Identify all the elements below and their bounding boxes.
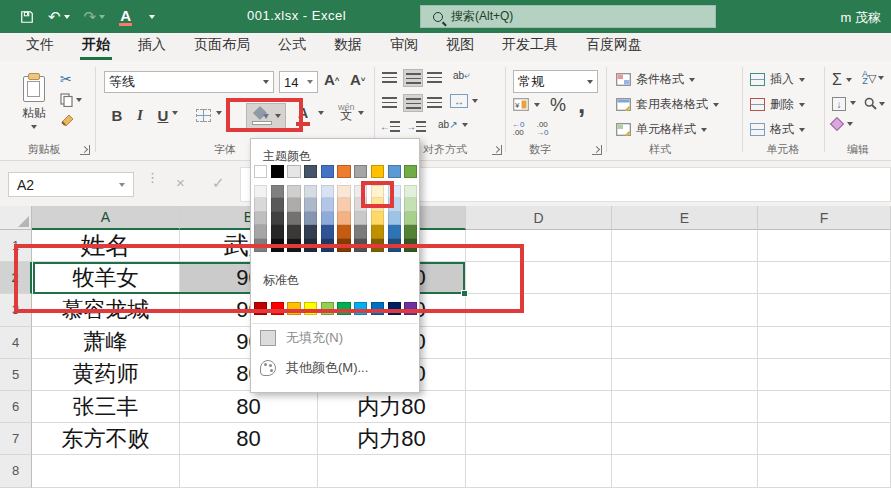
more-colors-item[interactable]: 其他颜色(M)...: [251, 355, 419, 381]
borders-icon[interactable]: [196, 109, 211, 122]
font-color-dropdown-arrow[interactable]: [318, 111, 324, 115]
tint-swatch-r2-c9[interactable]: [404, 212, 417, 225]
row-header-4[interactable]: 4: [0, 327, 32, 359]
fill-down-icon[interactable]: ↓: [832, 97, 846, 111]
find-select-icon[interactable]: [864, 97, 885, 110]
orientation-icon[interactable]: ab↗: [438, 119, 458, 130]
tint-swatch-r1-c0[interactable]: [254, 198, 267, 211]
tint-swatch-r3-c7[interactable]: [371, 225, 384, 238]
number-format-combo[interactable]: 常规: [513, 70, 598, 93]
tint-swatch-r1-c5[interactable]: [337, 198, 350, 211]
cell-F1[interactable]: [758, 230, 891, 262]
row-header-5[interactable]: 5: [0, 359, 32, 391]
column-header-A[interactable]: A: [32, 206, 180, 230]
tint-swatch-r1-c2[interactable]: [287, 198, 300, 211]
cell-B7[interactable]: 80: [180, 423, 318, 455]
tint-swatch-r3-c8[interactable]: [388, 225, 401, 238]
tab-页面布局[interactable]: 页面布局: [180, 32, 264, 61]
undo-icon[interactable]: ↶: [48, 9, 70, 24]
tab-审阅[interactable]: 审阅: [376, 32, 432, 61]
cell-D5[interactable]: [466, 359, 612, 391]
copy-icon[interactable]: [60, 93, 82, 107]
cell-D6[interactable]: [466, 391, 612, 423]
shrink-font-button[interactable]: A˅: [350, 71, 366, 88]
cell-B8[interactable]: [180, 455, 318, 487]
copy-dropdown-arrow[interactable]: [76, 98, 82, 102]
cell-F8[interactable]: [758, 455, 891, 487]
accounting-dropdown-arrow[interactable]: [534, 103, 540, 107]
italic-button[interactable]: I: [133, 107, 147, 124]
cell-F6[interactable]: [758, 391, 891, 423]
cell-C6[interactable]: 内力80: [318, 391, 466, 423]
cell-F7[interactable]: [758, 423, 891, 455]
cell-E4[interactable]: [612, 327, 758, 359]
select-all-corner[interactable]: [0, 206, 32, 230]
tint-swatch-r0-c9[interactable]: [404, 185, 417, 198]
no-fill-item[interactable]: 无填充(N): [251, 325, 419, 351]
cell-A4[interactable]: 萧峰: [32, 327, 180, 359]
tint-swatch-r0-c5[interactable]: [337, 185, 350, 198]
theme-color-swatch-3[interactable]: [304, 165, 317, 178]
cell-D8[interactable]: [466, 455, 612, 487]
phonetic-guide-button[interactable]: wén 文: [338, 103, 355, 119]
theme-color-swatch-7[interactable]: [371, 165, 384, 178]
cell-A8[interactable]: [32, 455, 180, 487]
tint-swatch-r1-c3[interactable]: [304, 198, 317, 211]
cell-C8[interactable]: [318, 455, 466, 487]
tint-swatch-r3-c6[interactable]: [354, 225, 367, 238]
cell-F5[interactable]: [758, 359, 891, 391]
tab-开始[interactable]: 开始: [68, 32, 124, 61]
accounting-format-icon[interactable]: ¥: [513, 98, 529, 111]
tint-swatch-r0-c4[interactable]: [321, 185, 334, 198]
clipboard-dialog-launcher[interactable]: [80, 145, 90, 155]
cell-A6[interactable]: 张三丰: [32, 391, 180, 423]
account-name[interactable]: m 茂稼: [841, 9, 881, 27]
decrease-decimal-icon[interactable]: .00→0: [536, 121, 548, 137]
tab-百度网盘[interactable]: 百度网盘: [572, 32, 656, 61]
row-header-7[interactable]: 7: [0, 423, 32, 455]
tint-swatch-r3-c4[interactable]: [321, 225, 334, 238]
sort-filter-icon[interactable]: A Z▽: [862, 71, 884, 85]
cell-E1[interactable]: [612, 230, 758, 262]
cell-B6[interactable]: 80: [180, 391, 318, 423]
cell-E8[interactable]: [612, 455, 758, 487]
fill-dropdown-arrow[interactable]: [850, 101, 856, 105]
column-header-D[interactable]: D: [466, 206, 612, 230]
autosum-icon[interactable]: Σ: [832, 71, 852, 89]
tint-swatch-r3-c1[interactable]: [271, 225, 284, 238]
column-header-E[interactable]: E: [612, 206, 758, 230]
theme-color-swatch-5[interactable]: [337, 165, 350, 178]
wrap-text-icon[interactable]: ab⤶: [453, 69, 470, 81]
align-center-icon[interactable]: [403, 94, 423, 112]
cell-F4[interactable]: [758, 327, 891, 359]
font-color-icon[interactable]: A: [119, 8, 132, 26]
underline-dropdown-arrow[interactable]: [172, 111, 178, 115]
tint-swatch-r2-c5[interactable]: [337, 212, 350, 225]
paste-dropdown-arrow[interactable]: [31, 125, 37, 129]
merge-center-icon[interactable]: ↔: [450, 94, 468, 108]
merge-dropdown-arrow[interactable]: [472, 99, 478, 103]
tint-swatch-r3-c9[interactable]: [404, 225, 417, 238]
format-cells-button[interactable]: 格式: [750, 121, 805, 138]
search-box[interactable]: 搜索(Alt+Q): [420, 5, 716, 28]
theme-color-swatch-0[interactable]: [254, 165, 267, 178]
tint-swatch-r3-c0[interactable]: [254, 225, 267, 238]
cell-A7[interactable]: 东方不败: [32, 423, 180, 455]
name-box[interactable]: A2: [8, 172, 134, 197]
tint-swatch-r2-c3[interactable]: [304, 212, 317, 225]
cell-D4[interactable]: [466, 327, 612, 359]
paste-button[interactable]: 粘贴: [12, 69, 56, 135]
save-icon[interactable]: [20, 10, 34, 24]
bottom-align-icon[interactable]: [427, 72, 442, 83]
bold-button[interactable]: B: [109, 107, 125, 124]
theme-color-swatch-2[interactable]: [287, 165, 300, 178]
tint-swatch-r1-c4[interactable]: [321, 198, 334, 211]
cell-E6[interactable]: [612, 391, 758, 423]
tint-swatch-r2-c6[interactable]: [354, 212, 367, 225]
orientation-dropdown-arrow[interactable]: [462, 123, 468, 127]
cell-D7[interactable]: [466, 423, 612, 455]
tint-swatch-r3-c3[interactable]: [304, 225, 317, 238]
middle-align-icon[interactable]: [403, 69, 423, 87]
tint-swatch-r0-c2[interactable]: [287, 185, 300, 198]
customize-qat-icon[interactable]: [146, 15, 155, 19]
